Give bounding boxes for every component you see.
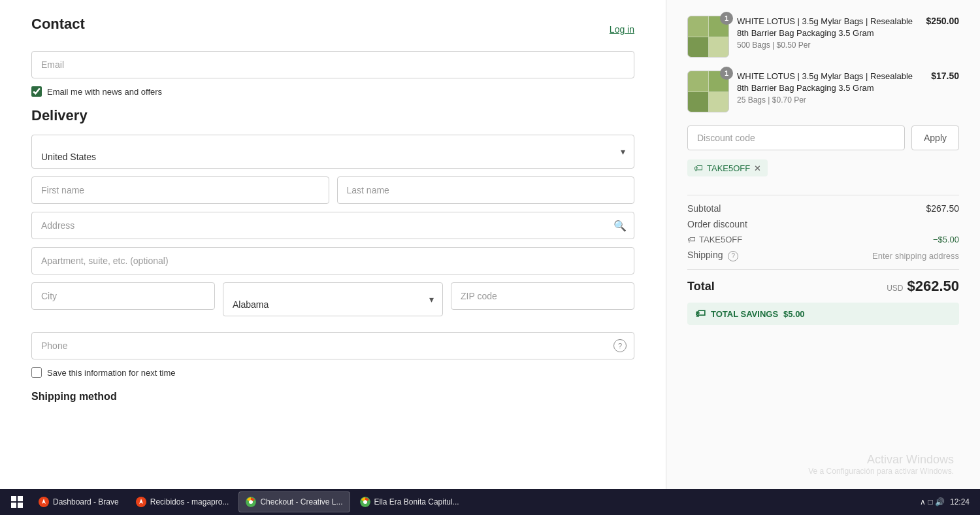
item-2-image-wrap: 1 [687,71,729,112]
shipping-info-value: Enter shipping address [872,251,959,261]
shipping-title: Shipping method [31,391,634,403]
email-input[interactable] [31,51,634,78]
discount-sub-row: 🏷 TAKE5OFF −$5.00 [687,235,959,244]
item-2-price: $17.50 [931,71,959,81]
taskbar-btn-checkout-label: Checkout - Creative L... [260,497,342,507]
discount-input[interactable] [687,125,905,150]
city-input[interactable] [31,282,215,310]
savings-label: TOTAL SAVINGS [711,309,778,319]
city-field-group [31,282,215,316]
taskbar: Dashboard - Brave Recibidos - magapro...… [0,489,980,515]
first-name-input[interactable] [31,176,329,204]
save-info-label: Save this information for next time [47,368,176,378]
taskbar-btn-dashboard-label: Dashboard - Brave [53,497,119,507]
taskbar-btn-ella[interactable]: Ella Era Bonita Capitul... [353,491,466,512]
delivery-title: Delivery [31,107,634,124]
discount-tag-label: TAKE5OFF [707,163,750,173]
shipping-label: Shipping ? [687,250,738,261]
item-2-badge: 1 [720,67,733,80]
taskbar-btn-recibidos-label: Recibidos - magapro... [150,497,229,507]
chrome-icon-1 [246,497,256,507]
subtotal-label: Subtotal [687,203,721,214]
item-1-price: $250.00 [926,16,959,26]
apartment-input[interactable] [31,247,634,274]
subtotal-row: Subtotal $267.50 [687,203,959,214]
taskbar-btn-dashboard[interactable]: Dashboard - Brave [31,491,126,512]
brave-icon-2 [136,497,146,507]
discount-amount: −$5.00 [933,235,959,244]
item-1-badge: 1 [720,12,733,25]
start-button[interactable] [5,491,29,512]
item-1-name: WHITE LOTUS | 3.5g Mylar Bags | Resealab… [737,16,918,39]
svg-rect-3 [18,503,23,508]
brave-icon-1 [39,497,49,507]
watermark-subtitle: Ve a Configuración para activar Windows. [808,467,954,476]
total-value: $262.50 [907,278,959,295]
item-2-variant: 25 Bags | $0.70 Per [737,95,923,105]
total-label: Total [687,280,715,293]
item-1-variant: 500 Bags | $0.50 Per [737,41,918,50]
watermark-title: Activar Windows [808,453,954,467]
address-input[interactable] [31,212,634,239]
svg-rect-0 [11,496,16,501]
order-item-2: 1 WHITE LOTUS | 3.5g Mylar Bags | Reseal… [687,71,959,112]
order-items-list: 1 WHITE LOTUS | 3.5g Mylar Bags | Reseal… [687,16,959,112]
address-field-group: 🔍 [31,212,634,239]
apartment-field-group [31,247,634,274]
item-2-name: WHITE LOTUS | 3.5g Mylar Bags | Resealab… [737,71,923,94]
taskbar-btn-recibidos[interactable]: Recibidos - magapro... [129,491,237,512]
last-name-input[interactable] [337,176,635,204]
country-field-group: Country/Region United States [31,135,634,169]
discount-row: Apply [687,125,959,150]
log-in-link[interactable]: Log in [610,24,634,35]
save-info-row: Save this information for next time [31,367,634,378]
system-tray-icons: ∧ □ 🔊 [920,497,945,507]
country-select[interactable]: United States [31,135,634,169]
order-item-1: 1 WHITE LOTUS | 3.5g Mylar Bags | Reseal… [687,16,959,58]
total-row: Total USD $262.50 [687,278,959,295]
item-2-details: WHITE LOTUS | 3.5g Mylar Bags | Resealab… [737,71,923,105]
subtotal-value: $267.50 [926,203,959,214]
svg-point-9 [249,500,253,504]
windows-watermark: Activar Windows Ve a Configuración para … [808,453,954,476]
phone-help-icon[interactable]: ? [613,339,627,352]
taskbar-right: ∧ □ 🔊 12:24 [920,497,975,507]
taskbar-btn-ella-label: Ella Era Bonita Capitul... [374,497,459,507]
order-discount-label-row: Order discount [687,219,959,229]
svg-rect-1 [18,496,23,501]
item-1-details: WHITE LOTUS | 3.5g Mylar Bags | Resealab… [737,16,918,50]
order-discount-label: Order discount [687,219,747,229]
apply-button[interactable]: Apply [911,125,959,150]
total-currency: USD [887,284,903,293]
savings-icon: 🏷 [695,308,706,320]
discount-code-applied: TAKE5OFF [699,235,742,244]
svg-rect-2 [11,503,16,508]
newsletter-checkbox[interactable] [31,86,42,97]
first-name-field-group [31,176,329,204]
newsletter-label: Email me with news and offers [47,87,162,97]
contact-title: Contact [31,16,85,33]
discount-sub-label: 🏷 TAKE5OFF [687,235,742,244]
email-field-group [31,51,634,78]
savings-value: $5.00 [783,309,805,319]
phone-input[interactable] [31,332,634,359]
discount-tag-remove[interactable]: ✕ [754,163,761,173]
tag-icon: 🏷 [694,163,703,173]
total-value-wrap: USD $262.50 [887,278,959,295]
zip-field-group [451,282,634,316]
discount-tag-small-icon: 🏷 [687,235,696,244]
state-field-group: State Alabama [223,282,443,316]
shipping-info-icon: ? [728,251,738,261]
state-select[interactable]: Alabama [223,282,443,316]
item-1-image-wrap: 1 [687,16,729,58]
zip-input[interactable] [451,282,634,310]
save-info-checkbox[interactable] [31,367,42,378]
chrome-icon-2 [360,497,370,507]
shipping-row: Shipping ? Enter shipping address [687,250,959,261]
discount-tag: 🏷 TAKE5OFF ✕ [687,159,768,176]
newsletter-row: Email me with news and offers [31,86,634,97]
savings-row: 🏷 TOTAL SAVINGS $5.00 [687,303,959,325]
taskbar-clock: 12:24 [950,497,970,507]
svg-point-11 [363,500,367,504]
taskbar-btn-checkout[interactable]: Checkout - Creative L... [238,491,350,512]
